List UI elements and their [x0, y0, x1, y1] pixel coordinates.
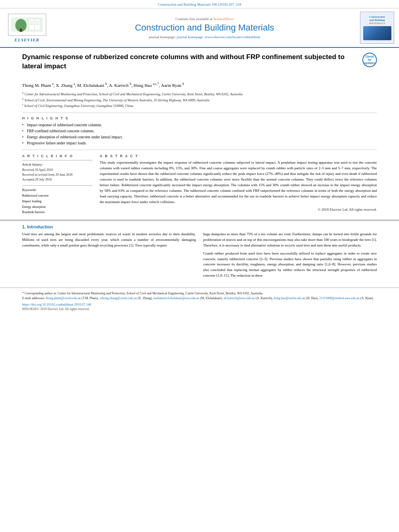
intro-col-right: huge dumpsites as more than 75% of a tir…	[203, 232, 377, 281]
article-info-column: A R T I C L E I N F O Article history: R…	[22, 154, 93, 215]
intro-para-3: Crumb rubber produced from used tires ha…	[203, 251, 377, 279]
journal-reference-bar: Construction and Building Materials 186 …	[0, 0, 399, 8]
article-title-text: Dynamic response of rubberized concrete …	[22, 53, 358, 74]
footnote-emails: E-mail addresses: thong.pham@curtin.edu.…	[22, 296, 377, 301]
email-zhang[interactable]: xihong.zhang@curtin.edu.au	[100, 296, 137, 300]
doi-text: https://doi.org/10.1016/j.conbuildmat.20…	[22, 302, 91, 306]
intro-col-left: Used tires are among the largest and mos…	[22, 232, 196, 281]
footnote-section: * Corresponding author at: Center for In…	[0, 288, 399, 311]
highlight-item-1: Impact response of rubberized concrete c…	[22, 122, 377, 128]
cover-title: Constructionand Building	[369, 15, 385, 22]
highlight-item-2: FRP-confined rubberized concrete columns…	[22, 128, 377, 134]
email-elchalakani[interactable]: mohamed.elchalakani@uwa.edu.au	[154, 296, 200, 300]
sciencedirect-text: ScienceDirect	[214, 17, 234, 21]
abstract-column: A B S T R A C T This study experimentall…	[100, 154, 377, 215]
copyright-line: © 2018 Elsevier Ltd. All rights reserved…	[100, 207, 377, 212]
crossmark-label: Checkforupdates	[364, 55, 375, 64]
history-received: Received 16 April 2018	[22, 168, 93, 173]
cover-subtitle: MATERIALS	[369, 22, 385, 25]
affiliation-c: School of Civil Engineering, Guangzhou U…	[24, 104, 133, 108]
affiliation-b: School of Civil, Environmental and Minin…	[25, 98, 210, 102]
sciencedirect-link: Contents lists available at ScienceDirec…	[53, 17, 356, 21]
keyword-1: Rubberized concrete	[22, 193, 93, 199]
highlights-section: H I G H L I G H T S Impact response of r…	[22, 116, 377, 147]
article-title: Dynamic response of rubberized concrete …	[22, 53, 358, 71]
journal-center-section: Contents lists available at ScienceDirec…	[49, 17, 360, 39]
email-ryan[interactable]: 21115408@student.uwa.edu.au	[319, 296, 360, 300]
authors-line: Thong M. Pham a, X. Zhang a, M. Elchalak…	[22, 82, 377, 88]
journal-cover-thumbnail: Constructionand Building MATERIALS	[360, 12, 394, 44]
doi-line[interactable]: https://doi.org/10.1016/j.conbuildmat.20…	[22, 302, 377, 306]
cover-image-body	[363, 26, 391, 40]
affiliation-a: Center for Infrastructural Monitoring an…	[25, 92, 243, 96]
elsevier-logo-svg	[9, 14, 45, 35]
journal-header: ELSEVIER Contents lists available at Sci…	[0, 8, 399, 48]
intro-para-1: Used tires are among the largest and mos…	[22, 232, 196, 249]
highlight-item-4: Progressive failure under impact loads.	[22, 140, 377, 146]
homepage-url[interactable]: journal homepage: www.elsevier.com/locat…	[177, 35, 260, 39]
email-pham[interactable]: thong.pham@curtin.edu.au	[46, 296, 81, 300]
article-content: Dynamic response of rubberized concrete …	[0, 48, 399, 220]
keyword-2: Impact loading	[22, 199, 93, 204]
footnote-corresponding: * Corresponding author at: Center for In…	[22, 291, 377, 296]
history-label: Article history:	[22, 162, 93, 166]
keywords-section: Keywords: Rubberized concrete Impact loa…	[22, 185, 93, 215]
keywords-label: Keywords:	[22, 188, 93, 192]
highlights-list: Impact response of rubberized concrete c…	[22, 122, 377, 147]
elsevier-logo-section: ELSEVIER	[5, 14, 49, 42]
highlight-item-3: Energy absorption of rubberized concrete…	[22, 134, 377, 140]
keyword-3: Energy absorption	[22, 204, 93, 210]
main-content: 1. Introduction Used tires are among the…	[0, 220, 399, 286]
affiliations: a Center for Infrastructural Monitoring …	[22, 91, 377, 109]
intro-section-title: 1. Introduction	[22, 224, 377, 229]
keyword-4: Roadside barriers	[22, 210, 93, 215]
article-title-section: Dynamic response of rubberized concrete …	[22, 53, 377, 78]
elsevier-logo-box	[8, 14, 46, 36]
crossmark-badge: Checkforupdates	[362, 53, 377, 67]
abstract-text: This study experimentally investigates t…	[100, 160, 377, 205]
article-info-label: A R T I C L E I N F O	[22, 154, 93, 158]
email-hao[interactable]: hong.hao@curtin.edu.au	[274, 296, 305, 300]
divider-2	[22, 150, 377, 150]
intro-two-col: Used tires are among the largest and mos…	[22, 232, 377, 281]
intro-para-2: huge dumpsites as more than 75% of a tir…	[203, 232, 377, 249]
journal-title: Construction and Building Materials	[53, 23, 356, 33]
divider-1	[22, 113, 377, 113]
article-info-abstract: A R T I C L E I N F O Article history: R…	[22, 154, 377, 215]
history-revised: Received in revised form 29 June 2018	[22, 173, 93, 177]
issn-line: 0950-0618/© 2018 Elsevier Ltd. All right…	[22, 307, 377, 311]
highlights-label: H I G H L I G H T S	[22, 116, 377, 120]
svg-rect-2	[20, 29, 22, 32]
abstract-label: A B S T R A C T	[100, 154, 377, 158]
elsevier-brand-text: ELSEVIER	[14, 37, 39, 42]
article-history: Article history: Received 16 April 2018 …	[22, 160, 93, 182]
keywords-list: Rubberized concrete Impact loading Energ…	[22, 193, 93, 215]
email-karrech[interactable]: ali.karrech@uwa.edu.au	[224, 296, 255, 300]
history-accepted: Accepted 20 July 2018	[22, 177, 93, 182]
journal-homepage: journal homepage: journal homepage: www.…	[53, 35, 356, 39]
journal-citation: Construction and Building Materials 186 …	[158, 2, 241, 6]
